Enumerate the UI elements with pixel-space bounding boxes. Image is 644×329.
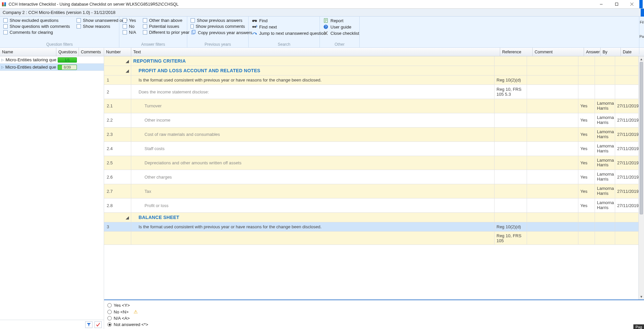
section-tree-row[interactable]: ▷Micro-Entities tailoring que 1/1 xyxy=(0,56,104,64)
app-icon xyxy=(1,2,7,7)
hdr-number[interactable]: Number xyxy=(104,48,131,56)
collapse-icon[interactable]: ◢ xyxy=(126,59,129,64)
copy-icon xyxy=(191,30,196,35)
chk-comments-clearing[interactable]: Comments for clearing xyxy=(3,30,70,35)
filter-button[interactable] xyxy=(85,321,92,328)
section-header-row[interactable]: ◢ PROFIT AND LOSS ACCOUNT AND RELATED NO… xyxy=(104,66,638,76)
answer-option-no[interactable]: No <N> ⚠ xyxy=(107,308,641,315)
scroll-up-icon[interactable]: ▲ xyxy=(639,56,644,62)
right-edge-accent xyxy=(639,0,643,8)
question-row[interactable]: 2.8 Profit or loss Yes Lamorna Harris 27… xyxy=(104,198,638,213)
answer-option-notanswered[interactable]: Not answered <*> xyxy=(107,321,641,328)
page-tag: Pag xyxy=(633,324,644,329)
hdr-reference[interactable]: Reference xyxy=(500,48,533,56)
title-bar: CCH Interactive Checklist - Using databa… xyxy=(0,0,644,9)
binoculars-icon xyxy=(252,18,257,23)
question-row[interactable]: 3 Is the format used consistent with pre… xyxy=(104,222,638,232)
question-row[interactable]: 2.5 Depreciations and other amounts writ… xyxy=(104,156,638,170)
collapse-icon[interactable]: ◢ xyxy=(126,215,129,220)
chk-prev-answers[interactable]: Show previous answers xyxy=(191,18,245,23)
col-name[interactable]: Name xyxy=(0,48,56,56)
ribbon-toolbar: Show excluded questions Show questions w… xyxy=(0,17,644,48)
col-comments[interactable]: Comments xyxy=(79,48,104,56)
chk-show-comments[interactable]: Show questions with comments xyxy=(3,24,70,29)
answer-option-yes[interactable]: Yes <Y> xyxy=(107,302,641,308)
btn-copy-prev-answers[interactable]: Copy previous year answers xyxy=(191,30,245,35)
svg-text:?: ? xyxy=(325,25,327,29)
ribbon-right-tab-upper[interactable]: Fil xyxy=(639,17,644,47)
chk-ans-yes[interactable]: Yes xyxy=(123,18,136,23)
svg-rect-5 xyxy=(254,20,255,21)
answer-option-na[interactable]: N/A <A> xyxy=(107,315,641,321)
question-row[interactable]: 2.4 Staff costs Yes Lamorna Harris 27/11… xyxy=(104,142,638,156)
ribbon-group-caption: Previous years xyxy=(191,41,245,47)
question-row[interactable]: 1 Is the format used consistent with pre… xyxy=(104,76,638,85)
btn-user-guide[interactable]: ? User guide xyxy=(323,24,356,29)
warning-icon: ⚠ xyxy=(134,309,138,314)
scroll-down-icon[interactable]: ▼ xyxy=(639,294,644,300)
chk-show-excluded[interactable]: Show excluded questions xyxy=(3,18,70,23)
hdr-text[interactable]: Text xyxy=(131,48,500,56)
right-edge-accent-2 xyxy=(641,9,644,17)
section-header-row[interactable]: ◢ BALANCE SHEET xyxy=(104,213,638,222)
svg-rect-0 xyxy=(615,3,618,6)
progress-badge: 1/1 xyxy=(58,57,77,63)
btn-close-checklist[interactable]: Close checklist xyxy=(323,30,356,36)
help-icon: ? xyxy=(323,24,328,29)
chk-ans-na[interactable]: N/A xyxy=(123,30,136,35)
maximize-button[interactable] xyxy=(609,0,624,9)
question-row[interactable]: 2 Does the income statement disclose: Re… xyxy=(104,85,638,99)
section-tree-header: Name Questions Comments xyxy=(0,48,104,56)
hdr-comment[interactable]: Comment xyxy=(533,48,584,56)
expand-icon[interactable]: ▷ xyxy=(1,58,4,62)
chk-prev-comments[interactable]: Show previous comments xyxy=(191,24,245,29)
btn-jump-next-unanswered[interactable]: Jump to next unanswered question xyxy=(252,30,316,36)
ribbon-group-caption: Answer filters xyxy=(123,41,184,47)
question-grid-body[interactable]: ◢ REPORTING CRITERIA ◢ PROFIT AND LOSS A… xyxy=(104,56,638,300)
chk-ans-potential[interactable]: Potential issues xyxy=(143,24,190,29)
ribbon-group-caption: Other xyxy=(323,41,356,47)
question-row[interactable]: 2.6 Other charges Yes Lamorna Harris 27/… xyxy=(104,170,638,184)
section-header-row[interactable]: ◢ REPORTING CRITERIA xyxy=(104,56,638,66)
hdr-answer[interactable]: Answer xyxy=(584,48,601,56)
ribbon-group-caption: Question filters xyxy=(3,41,116,47)
jump-icon xyxy=(252,30,257,36)
answer-panel: Yes <Y> No <N> ⚠ N/A <A> Not answered <*… xyxy=(104,300,644,329)
ribbon-group-caption: Search xyxy=(252,41,316,47)
chk-ans-no[interactable]: No xyxy=(123,24,136,29)
minimize-button[interactable] xyxy=(594,0,609,9)
svg-point-6 xyxy=(252,26,254,28)
vertical-scrollbar[interactable]: ▲ ▼ xyxy=(638,56,644,300)
col-questions[interactable]: Questions xyxy=(56,48,79,56)
expand-icon[interactable]: ▷ xyxy=(1,65,4,69)
section-tree-row[interactable]: ▷Micro-Entities detailed que: 8/39 xyxy=(0,64,104,71)
window-title: CCH Interactive Checklist - Using databa… xyxy=(9,2,179,7)
chk-ans-other[interactable]: Other than above xyxy=(143,18,190,23)
question-row[interactable]: 2.3 Cost of raw materials and consumable… xyxy=(104,128,638,142)
progress-badge: 8/39 xyxy=(58,65,77,70)
document-subtitle: Company 2 : CCH Micro-Entities (version … xyxy=(0,9,641,17)
report-icon xyxy=(323,18,328,23)
binoculars-next-icon xyxy=(252,24,257,29)
chk-ans-diff-prior[interactable]: Different to prior year xyxy=(143,30,190,35)
btn-find[interactable]: Find xyxy=(252,18,316,23)
question-row[interactable]: 2.2 Other income Yes Lamorna Harris 27/1… xyxy=(104,113,638,128)
svg-point-7 xyxy=(254,26,256,28)
close-icon xyxy=(323,30,328,36)
close-button[interactable] xyxy=(624,0,639,9)
svg-rect-2 xyxy=(193,30,195,33)
collapse-icon[interactable]: ◢ xyxy=(126,68,129,73)
question-row[interactable]: 2.7 Tax Yes Lamorna Harris 27/11/2019 xyxy=(104,184,638,198)
hdr-by[interactable]: By xyxy=(601,48,621,56)
ribbon-right-tab-lower[interactable]: Pa xyxy=(639,48,644,54)
question-grid-header: Number Text Reference Comment Answer By … xyxy=(104,48,644,56)
question-row[interactable]: Reg 10, FRS 105 xyxy=(104,232,638,245)
accept-button[interactable] xyxy=(94,321,102,328)
subtitle-text: Company 2 : CCH Micro-Entities (version … xyxy=(3,10,115,15)
btn-find-next[interactable]: Find next xyxy=(252,24,316,29)
btn-report[interactable]: Report xyxy=(323,18,356,23)
section-tree-panel: Name Questions Comments ▷Micro-Entities … xyxy=(0,48,104,329)
question-row[interactable]: 2.1 Turnover Yes Lamorna Harris 27/11/20… xyxy=(104,99,638,113)
